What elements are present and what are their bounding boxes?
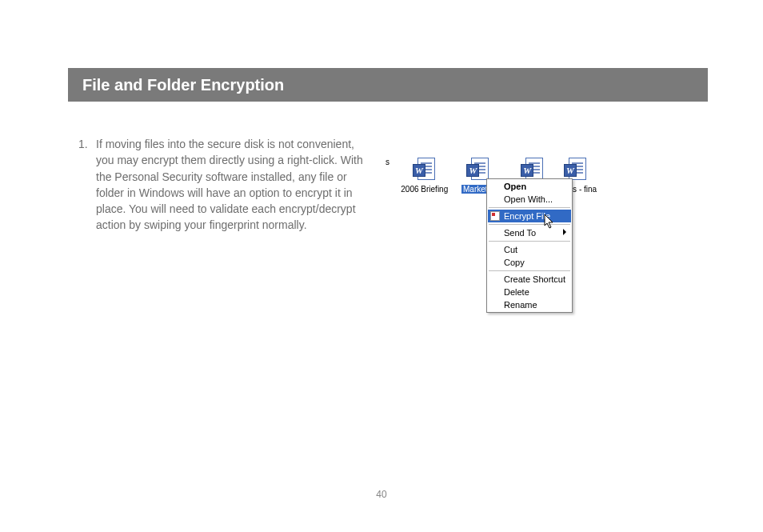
encrypt-icon [490,211,500,221]
example-screenshot: s W 2006 Briefing W Market u W W pecs - … [384,140,592,328]
instruction-paragraph: If moving files into the secure disk is … [96,136,374,234]
file-item[interactable]: W 2006 Briefing [397,158,452,206]
instruction-text: 1. If moving files into the secure disk … [78,136,374,234]
menu-item-create-shortcut[interactable]: Create Shortcut [488,273,571,286]
file-item[interactable]: s [384,158,397,206]
menu-item-open-with[interactable]: Open With... [488,193,571,206]
menu-item-cut[interactable]: Cut [488,243,571,256]
menu-item-open[interactable]: Open [488,180,571,193]
word-doc-icon: W [413,158,437,182]
menu-item-label: Encrypt File [504,211,550,221]
menu-separator [489,207,570,208]
page-number: 40 [0,489,763,500]
file-label: 2006 Briefing [397,185,452,194]
menu-separator [489,270,570,271]
submenu-arrow-icon [563,229,566,235]
list-number: 1. [78,136,96,152]
menu-item-copy[interactable]: Copy [488,256,571,269]
file-label: s [384,158,397,166]
context-menu: Open Open With... Encrypt File Send To C… [486,178,573,313]
menu-separator [489,241,570,242]
menu-item-encrypt-file[interactable]: Encrypt File [488,210,571,222]
section-title-bar: File and Folder Encryption [68,68,708,102]
menu-item-rename[interactable]: Rename [488,298,571,311]
menu-item-label: Send To [504,228,536,238]
menu-item-delete[interactable]: Delete [488,286,571,298]
menu-item-send-to[interactable]: Send To [488,226,571,239]
menu-separator [489,224,570,225]
section-title: File and Folder Encryption [82,76,284,94]
